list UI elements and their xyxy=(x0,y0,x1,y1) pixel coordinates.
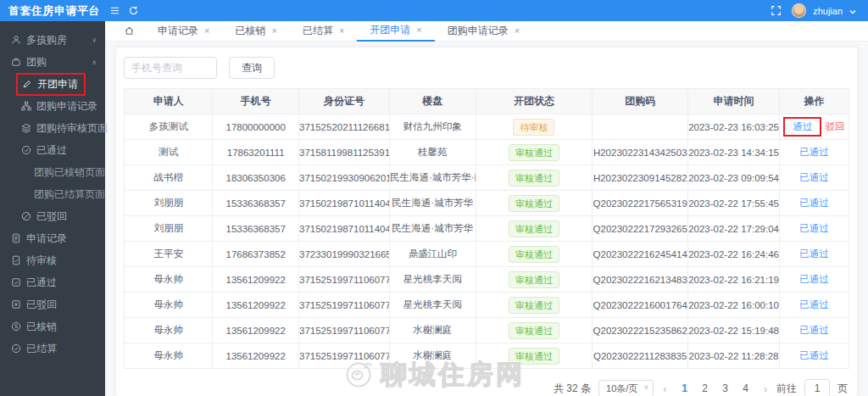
sidebar-item[interactable]: 已驳回 xyxy=(0,293,105,315)
page-jump-input[interactable] xyxy=(804,379,830,396)
status-badge: 审核通过 xyxy=(509,322,559,339)
cell-actions: 已通过 xyxy=(779,165,849,191)
cell-actions: 已通过 xyxy=(779,318,849,343)
approve-link[interactable]: 已通过 xyxy=(799,325,829,335)
pen-icon xyxy=(22,79,32,89)
tab-团购申请记录[interactable]: 团购申请记录× xyxy=(435,21,532,42)
fullscreen-icon[interactable] xyxy=(766,0,785,21)
tab-home[interactable] xyxy=(114,25,145,36)
cell-status: 审核通过 xyxy=(476,242,593,267)
sidebar-item-wrap: 团购 xyxy=(11,55,47,70)
approve-link[interactable]: 已通过 xyxy=(799,299,829,310)
close-icon[interactable]: × xyxy=(271,26,276,36)
tab-已结算[interactable]: 已结算× xyxy=(290,21,357,42)
cell-actions: 已通过 xyxy=(779,267,849,293)
sidebar-item-wrap: 申请记录 xyxy=(11,231,67,246)
tab-label: 团购申请记录 xyxy=(448,24,509,38)
cell-code: Q2023022211283835 xyxy=(593,343,688,369)
close-icon[interactable]: × xyxy=(416,25,421,35)
tab-开团申请[interactable]: 开团申请× xyxy=(357,21,434,42)
hamburger-menu-icon[interactable] xyxy=(105,0,124,21)
reject-link[interactable]: 驳回 xyxy=(826,121,845,131)
cell-id_number: 371502198710114047 xyxy=(299,191,390,216)
cell-id_number: 371525199711060772 xyxy=(299,293,390,318)
approve-link[interactable]: 已通过 xyxy=(799,274,829,284)
chevron-down-icon[interactable] xyxy=(849,3,856,19)
cell-phone: 18306350306 xyxy=(213,165,299,191)
approve-link[interactable]: 通过 xyxy=(793,121,812,131)
prev-page-button[interactable]: ‹ xyxy=(661,382,668,395)
sidebar-item-label: 团购已结算页面 xyxy=(34,187,105,202)
approve-link[interactable]: 已通过 xyxy=(799,172,829,182)
sidebar-item-wrap: 团购申请记录 xyxy=(21,99,97,114)
table-row: 母永帅13561209922371525199711060772星光桃李天阅审核… xyxy=(125,267,849,293)
content-card: 查询 申请人手机号身份证号楼盘开团状态团购码申请时间操作 多孩测试1780000… xyxy=(115,47,858,396)
sidebar-item-label: 团购申请记录 xyxy=(36,99,97,114)
cell-time: 2023-02-22 16:00:10 xyxy=(688,293,780,318)
sidebar-item[interactable]: 团购待审核页面 xyxy=(0,117,105,139)
cell-applicant: 测试 xyxy=(125,140,213,165)
page-number-1[interactable]: 1 xyxy=(676,382,693,394)
sidebar-item[interactable]: 申请记录 xyxy=(0,227,105,249)
page-number-2[interactable]: 2 xyxy=(697,382,714,394)
close-icon[interactable]: × xyxy=(515,26,520,36)
column-header: 团购码 xyxy=(593,89,688,114)
user-avatar[interactable] xyxy=(792,3,806,18)
tab-label: 已核销 xyxy=(235,24,265,38)
sidebar-item[interactable]: 已驳回 xyxy=(0,205,105,227)
cell-status: 审核通过 xyxy=(476,267,593,293)
approve-link[interactable]: 已通过 xyxy=(799,147,829,157)
cell-building: 星光桃李天阅 xyxy=(389,293,476,318)
phone-search-input[interactable] xyxy=(124,57,217,79)
approve-link[interactable]: 已通过 xyxy=(799,198,829,208)
cell-status: 审核通过 xyxy=(476,216,593,242)
sidebar-item[interactable]: 团购申请记录 xyxy=(0,95,105,117)
sidebar-item-wrap: 已驳回 xyxy=(21,209,67,224)
sidebar-item-label: 开团申请 xyxy=(37,77,78,92)
sidebar-item[interactable]: 已结算 xyxy=(0,337,105,360)
cell-code: Q2023022217293265 xyxy=(593,216,688,242)
cell-applicant: 刘朋朋 xyxy=(125,216,213,242)
sidebar-item-wrap: 团购已结算页面 xyxy=(34,187,105,202)
approve-link[interactable]: 已通过 xyxy=(799,350,829,360)
user-name[interactable]: zhujian xyxy=(813,6,843,16)
check-circle-icon xyxy=(11,343,21,354)
page-number-4[interactable]: 4 xyxy=(737,382,754,394)
pagination: 共 32 条 10条/页 ∨ ‹ 1234 › 前往 页 xyxy=(124,369,849,396)
jump-unit: 页 xyxy=(837,382,848,396)
cell-phone: 13561209922 xyxy=(213,293,299,318)
check-circle-icon xyxy=(21,145,31,155)
sidebar-item[interactable]: 团购已核销页面 xyxy=(0,161,105,183)
cell-actions: 已通过 xyxy=(779,343,849,369)
sidebar-item[interactable]: 团购∧ xyxy=(0,51,105,73)
sidebar-item[interactable]: 开团申请 xyxy=(0,73,105,95)
chevron-up-icon: ∧ xyxy=(92,59,97,66)
sidebar-item[interactable]: 多孩购房∨ xyxy=(0,29,105,51)
sidebar-item-wrap: 已驳回 xyxy=(11,298,57,312)
cell-time: 2023-02-23 16:03:25 xyxy=(688,114,780,140)
page-number-3[interactable]: 3 xyxy=(717,382,734,394)
tab-已核销[interactable]: 已核销× xyxy=(222,21,289,42)
close-icon[interactable]: × xyxy=(204,26,209,36)
sidebar-item[interactable]: 已核销 xyxy=(0,315,105,337)
cell-applicant: 母永帅 xyxy=(125,267,213,293)
column-header: 操作 xyxy=(779,89,849,114)
page-size-select[interactable]: 10条/页 ∨ xyxy=(598,380,654,396)
sidebar-item[interactable]: 团购已结算页面 xyxy=(0,183,105,205)
sidebar-item[interactable]: 待审核 xyxy=(0,249,105,271)
cell-building: 水榭澜庭 xyxy=(389,343,476,369)
cell-building: 民生海通·城市芳华 xyxy=(389,216,476,242)
table-row: 战书楷18306350306371502199309062011民生海通·城市芳… xyxy=(125,165,849,191)
tab-申请记录[interactable]: 申请记录× xyxy=(145,21,222,42)
sidebar-item[interactable]: 已通过 xyxy=(0,271,105,293)
column-header: 楼盘 xyxy=(389,89,476,114)
sidebar-item[interactable]: 已通过 xyxy=(0,139,105,161)
close-icon[interactable]: × xyxy=(339,26,344,36)
column-header: 申请人 xyxy=(125,89,213,114)
cell-applicant: 刘朋朋 xyxy=(125,191,213,216)
approve-link[interactable]: 已通过 xyxy=(799,248,829,259)
refresh-icon[interactable] xyxy=(124,0,142,21)
next-page-button[interactable]: › xyxy=(762,382,769,395)
approve-link[interactable]: 已通过 xyxy=(799,223,829,233)
search-button[interactable]: 查询 xyxy=(229,57,275,79)
